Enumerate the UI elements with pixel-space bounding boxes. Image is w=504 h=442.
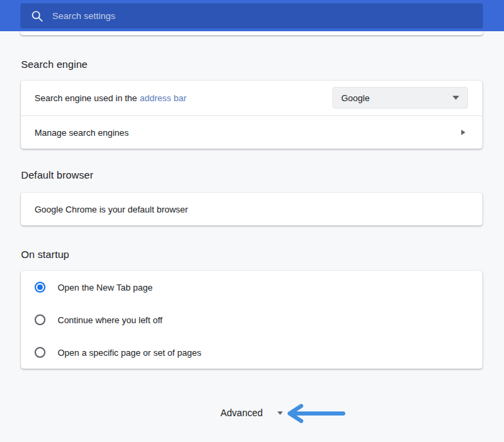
settings-page: Search engine Search engine used in the … — [0, 0, 504, 442]
search-settings-input[interactable] — [52, 11, 483, 21]
search-engine-select-value: Google — [341, 93, 370, 103]
chevron-right-icon — [461, 130, 465, 135]
startup-option-continue[interactable]: Continue where you left off — [21, 303, 482, 336]
startup-option-new-tab[interactable]: Open the New Tab page — [21, 271, 482, 303]
advanced-label: Advanced — [220, 407, 263, 418]
radio-unselected-icon[interactable] — [35, 314, 45, 325]
on-startup-card: Open the New Tab page Continue where you… — [21, 271, 482, 369]
default-browser-card: Google Chrome is your default browser — [21, 193, 482, 225]
search-engine-row: Search engine used in the address bar Go… — [21, 81, 482, 115]
radio-selected-icon[interactable] — [35, 282, 45, 293]
scrolled-card-bottom-edge — [20, 31, 483, 35]
settings-search-header — [0, 0, 504, 31]
section-title-default-browser: Default browser — [21, 169, 94, 181]
startup-option-label: Open a specific page or set of pages — [58, 348, 201, 358]
startup-option-specific-pages[interactable]: Open a specific page or set of pages — [21, 336, 482, 369]
manage-search-engines-label: Manage search engines — [35, 128, 129, 138]
settings-search-box[interactable] — [20, 3, 483, 29]
search-engine-card: Search engine used in the address bar Go… — [21, 81, 482, 149]
search-engine-select[interactable]: Google — [332, 87, 468, 109]
startup-option-label: Continue where you left off — [58, 315, 162, 325]
manage-search-engines-row[interactable]: Manage search engines — [21, 116, 482, 149]
radio-unselected-icon[interactable] — [35, 347, 45, 358]
default-browser-status: Google Chrome is your default browser — [21, 193, 482, 225]
startup-option-label: Open the New Tab page — [58, 282, 153, 293]
advanced-toggle[interactable]: Advanced — [220, 406, 283, 420]
address-bar-link[interactable]: address bar — [140, 93, 187, 103]
chevron-down-icon — [452, 96, 459, 100]
section-title-on-startup: On startup — [21, 248, 69, 260]
search-engine-row-text: Search engine used in the — [35, 93, 137, 103]
annotation-arrow-icon — [285, 403, 349, 424]
section-title-search-engine: Search engine — [21, 58, 88, 70]
chevron-down-icon — [277, 411, 283, 415]
search-icon — [31, 10, 43, 22]
